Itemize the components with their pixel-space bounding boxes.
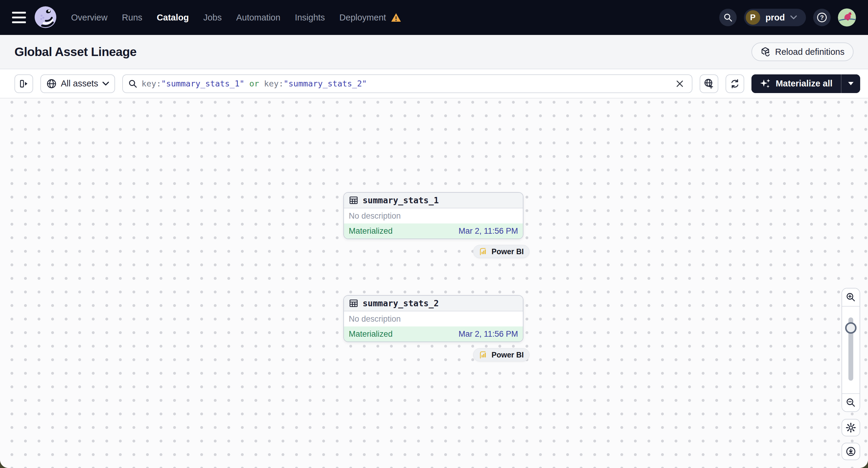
table-icon [349,195,359,205]
lineage-toolbar: All assets key:"summary_stats_1" or key:… [0,69,868,98]
help-button[interactable]: ? [813,9,831,26]
globe-icon [46,79,57,89]
asset-name: summary_stats_1 [363,195,439,206]
clear-query-button[interactable] [673,77,686,90]
warning-triangle-icon [391,13,401,22]
powerbi-icon [479,247,488,256]
app-window: Overview Runs Catalog Jobs Automation In… [0,0,868,468]
asset-status-row: Materialized Mar 2, 11:56 PM [344,223,523,239]
user-avatar[interactable] [838,8,856,27]
panel-expand-icon [19,79,29,89]
asset-scope-selector[interactable]: All assets [40,74,115,93]
refresh-button[interactable] [725,74,744,93]
nav-item-catalog[interactable]: Catalog [157,13,189,23]
zoom-out-icon [846,398,856,408]
lineage-canvas[interactable]: summary_stats_1 No description Materiali… [0,98,868,468]
environment-initial-badge: P [746,10,760,25]
asset-name: summary_stats_2 [363,299,439,308]
global-search-button[interactable] [719,9,737,26]
nav-item-overview[interactable]: Overview [71,13,107,23]
top-nav: Overview Runs Catalog Jobs Automation In… [0,0,868,35]
asset-scope-label: All assets [61,79,98,89]
nav-item-jobs[interactable]: Jobs [203,13,222,23]
environment-switcher[interactable]: P prod [744,9,806,26]
page-header: Global Asset Lineage Reload definitions [0,35,868,69]
powerbi-icon [479,350,488,359]
lineage-settings-button[interactable] [841,419,860,436]
asset-description: No description [344,209,523,223]
view-global-lineage-button[interactable] [700,74,718,93]
materialize-split-button: Materialize all [751,74,860,93]
query-field-token: key: [142,79,161,88]
caret-down-icon [848,82,854,85]
nav-item-deployment-label: Deployment [339,13,386,23]
query-value-token: "summary_stats_2" [284,79,367,88]
powerbi-tag[interactable]: Power BI [473,348,529,362]
close-icon [676,80,684,88]
asset-node-header: summary_stats_1 [344,193,523,209]
hamburger-menu-button[interactable] [12,12,26,23]
materialize-all-button[interactable]: Materialize all [751,74,841,93]
environment-name: prod [766,13,785,23]
nav-item-runs[interactable]: Runs [122,13,143,23]
search-icon [128,79,137,88]
asset-node-summary-stats-2[interactable]: summary_stats_2 No description Materiali… [343,295,523,342]
search-icon [723,13,733,22]
gear-icon [845,422,856,433]
materialization-timestamp: Mar 2, 11:56 PM [458,226,518,236]
query-value-token: "summary_stats_1" [161,79,244,88]
nav-item-insights[interactable]: Insights [295,13,325,23]
materialize-all-label: Materialize all [776,79,833,89]
zoom-in-icon [846,292,856,302]
chevron-down-icon [790,15,797,20]
asset-description: No description [344,311,523,326]
zoom-out-button[interactable] [842,393,860,411]
help-icon: ? [817,12,827,23]
asset-node-header: summary_stats_2 [344,296,523,311]
nav-item-deployment[interactable]: Deployment [339,13,401,23]
reload-definitions-icon [761,47,771,57]
svg-text:?: ? [820,14,824,21]
open-side-panel-button[interactable] [14,74,33,93]
asset-query-input[interactable]: key:"summary_stats_1" or key:"summary_st… [122,74,692,93]
powerbi-tag[interactable]: Power BI [473,245,529,258]
zoom-slider-thumb[interactable] [845,322,857,334]
asset-node-summary-stats-1[interactable]: summary_stats_1 No description Materiali… [343,192,523,239]
zoom-controls [841,288,860,412]
page-title: Global Asset Lineage [14,45,136,59]
download-icon [845,446,856,457]
asset-query-text: key:"summary_stats_1" or key:"summary_st… [142,79,669,88]
materialization-timestamp: Mar 2, 11:56 PM [458,330,518,339]
table-icon [349,299,359,308]
download-image-button[interactable] [841,443,860,460]
chevron-down-icon [102,82,109,86]
powerbi-tag-label: Power BI [492,247,524,256]
reload-definitions-button[interactable]: Reload definitions [751,42,854,61]
dagster-logo-icon[interactable] [34,6,57,29]
status-badge: Materialized [349,226,393,236]
status-badge: Materialized [349,330,393,339]
zoom-in-button[interactable] [842,288,860,307]
query-operator-token: or [244,79,264,88]
powerbi-tag-label: Power BI [492,350,524,359]
zoom-slider [842,307,860,393]
main-nav: Overview Runs Catalog Jobs Automation In… [71,13,401,23]
nav-right-cluster: P prod ? [719,8,856,27]
refresh-icon [730,78,740,89]
query-field-token: key: [264,79,284,88]
nav-item-automation[interactable]: Automation [236,13,280,23]
materialize-options-button[interactable] [841,74,860,93]
reload-definitions-label: Reload definitions [775,47,844,57]
sparkles-icon [760,78,771,89]
globe-plus-icon [704,78,714,89]
asset-status-row: Materialized Mar 2, 11:56 PM [344,326,523,342]
